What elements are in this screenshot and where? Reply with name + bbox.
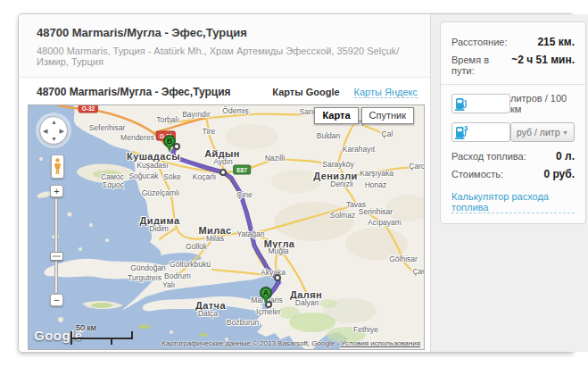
fuel-rate-unit: литров / 100 км: [510, 93, 575, 114]
map-header: 48700 Marmaris/Мугла - Эфес,Турция Карты…: [19, 78, 430, 104]
price-unit-select[interactable]: руб / литр ▼: [510, 122, 575, 142]
page-subtitle: 48000 Marmaris, Турция - Atatürk Mh., Хр…: [37, 46, 414, 67]
chevron-down-icon: ▼: [562, 129, 568, 136]
route-node: [274, 274, 281, 281]
fuel-used-value: 0 л.: [556, 150, 575, 163]
map-attribution: Картографические данные © 2013 Basarsoft…: [161, 339, 420, 347]
zoom-out-button[interactable]: −: [50, 294, 63, 306]
duration-row: Время в пути: ~2 ч 51 мин.: [451, 54, 575, 76]
fuel-pump-icon: [455, 96, 468, 112]
map-canvas[interactable]: SeferihisarMenderesTorbalıBayındırÖdemiş…: [28, 104, 425, 350]
route-node: [219, 169, 227, 176]
map-scale: 50 км 20 мил: [70, 331, 133, 345]
marker-pin-a[interactable]: A: [260, 287, 272, 299]
fuel-rate-row: литров / 100 км: [451, 93, 575, 114]
price-unit-selected: руб / литр: [517, 127, 560, 138]
cost-value: 0 руб.: [543, 168, 575, 180]
route-summary-box: Расстояние: 215 км. Время в пути: ~2 ч 5…: [440, 21, 586, 224]
map-type-satellite-button[interactable]: Спутник: [361, 107, 414, 124]
fuel-used-row: Расход топлива: 0 л.: [451, 150, 575, 163]
duration-label: Время в пути:: [451, 54, 511, 76]
map-graphics: [29, 105, 425, 350]
cost-label: Стоимость:: [451, 169, 503, 179]
zoom-in-button[interactable]: +: [50, 185, 63, 197]
tab-google-maps[interactable]: Карты Google: [272, 87, 339, 97]
main-column: 48700 Marmaris/Мугла - Эфес,Турция 48000…: [19, 14, 430, 352]
map-provider-tabs: Карты GoogleКарты Яндекс: [272, 87, 418, 97]
page-title: 48700 Marmaris/Мугла - Эфес,Турция: [37, 26, 414, 39]
scale-km-label: 50 км: [76, 323, 96, 332]
fuel-used-label: Расход топлива:: [451, 151, 526, 162]
pegman-icon: [54, 158, 62, 175]
sidebar-column: Расстояние: 215 км. Время в пути: ~2 ч 5…: [430, 14, 588, 352]
duration-value: ~2 ч 51 мин.: [511, 54, 575, 66]
map-type-map-button[interactable]: Карта: [314, 107, 358, 124]
pan-left-icon[interactable]: ◀: [43, 128, 47, 134]
divider: [441, 84, 585, 85]
tab-yandex-maps[interactable]: Карты Яндекс: [354, 87, 418, 98]
distance-label: Расстояние:: [451, 37, 507, 47]
marker-pin-b[interactable]: B: [163, 135, 176, 147]
road-badge-e87: E87: [233, 165, 251, 175]
scale-miles-bar: [70, 338, 112, 345]
pan-up-icon[interactable]: ▲: [51, 119, 57, 125]
road-badge-o-32: O-32: [79, 104, 98, 113]
fuel-pump-dollar-icon: $: [455, 125, 469, 140]
route-result-card: 48700 Marmaris/Мугла - Эфес,Турция 48000…: [18, 13, 575, 353]
zoom-slider-handle[interactable]: [50, 252, 63, 261]
distance-value: 215 км.: [537, 36, 575, 48]
pan-control[interactable]: ▲ ▼ ◀ ▶: [39, 116, 68, 145]
fuel-price-row: $ руб / литр ▼: [451, 122, 575, 142]
fuel-calculator-link[interactable]: Калькулятор расхода топлива: [451, 191, 575, 213]
terms-of-use-link[interactable]: Условия использования: [341, 339, 420, 347]
pan-down-icon[interactable]: ▼: [51, 136, 57, 142]
route-header: 48700 Marmaris/Мугла - Эфес,Турция 48000…: [19, 14, 430, 78]
street-view-pegman[interactable]: [51, 154, 64, 179]
attribution-text: Картографические данные © 2013 Basarsoft…: [161, 339, 341, 347]
map-title: 48700 Marmaris/Мугла - Эфес,Турция: [37, 86, 272, 98]
svg-text:$: $: [465, 125, 468, 132]
distance-row: Расстояние: 215 км.: [451, 36, 575, 48]
cost-row: Стоимость: 0 руб.: [451, 168, 575, 180]
zoom-slider-track[interactable]: [54, 197, 58, 294]
pan-right-icon[interactable]: ▶: [60, 128, 64, 134]
map-type-switcher: Карта Спутник: [314, 107, 414, 124]
